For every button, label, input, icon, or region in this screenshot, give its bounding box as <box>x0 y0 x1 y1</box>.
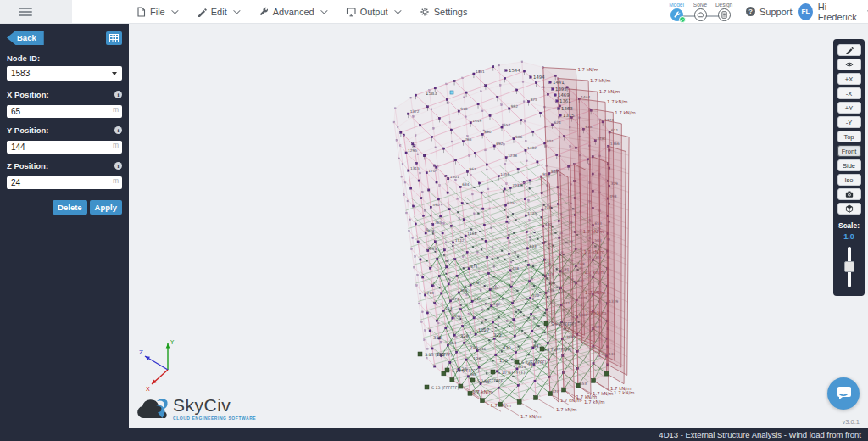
hamburger-menu-button[interactable] <box>0 0 72 23</box>
axis-label: Y <box>170 339 175 346</box>
main-menus: FileEditAdvancedOutputSettings <box>136 0 467 23</box>
svg-text:222: 222 <box>437 352 445 357</box>
svg-text:1.7 kN/m: 1.7 kN/m <box>614 390 635 395</box>
logo-tagline: CLOUD ENGINEERING SOFTWARE <box>173 416 256 421</box>
node-edit-panel: Back Node ID: 1583 X Position:imY Positi… <box>0 24 129 428</box>
menu-label: Edit <box>211 7 227 17</box>
svg-text:961: 961 <box>470 167 476 171</box>
menu-edit[interactable]: Edit <box>197 7 238 17</box>
svg-text:1469: 1469 <box>558 92 570 98</box>
model-viewport: 6113291366493133944665350330632197916864… <box>129 24 868 428</box>
check-badge-icon <box>679 16 686 23</box>
user-greeting: Hi Frederick <box>818 2 860 22</box>
svg-text:906: 906 <box>515 135 522 139</box>
svg-text:652: 652 <box>504 123 510 127</box>
svg-text:1027: 1027 <box>478 327 489 332</box>
datasheet-grid-button[interactable] <box>106 31 122 45</box>
svg-text:1393: 1393 <box>555 87 567 92</box>
unit-label: m <box>113 141 119 149</box>
user-menu[interactable]: FL Hi Frederick <box>798 0 868 23</box>
file-icon <box>136 7 146 17</box>
info-icon[interactable]: i <box>114 162 122 170</box>
z-position-input[interactable] <box>7 176 122 189</box>
support-label: Support <box>760 7 793 17</box>
svg-text:1.7 kN/m: 1.7 kN/m <box>590 78 611 83</box>
menu-settings[interactable]: Settings <box>420 7 468 17</box>
svg-text:1.7 kN/m: 1.7 kN/m <box>560 398 581 403</box>
info-icon[interactable]: i <box>114 91 122 98</box>
info-icon[interactable]: i <box>114 126 122 134</box>
svg-text:S 14 (FFFFFF): S 14 (FFFFFF) <box>477 379 505 383</box>
svg-text:875: 875 <box>531 98 537 102</box>
svg-text:311: 311 <box>454 314 461 318</box>
svg-text:1295: 1295 <box>408 148 417 153</box>
view-button-front[interactable]: Front <box>837 145 861 157</box>
svg-text:1363: 1363 <box>561 106 573 111</box>
model-step-icon <box>670 8 683 21</box>
svg-text:246: 246 <box>479 347 486 351</box>
y-position-input[interactable] <box>7 141 122 154</box>
apply-button[interactable]: Apply <box>90 200 122 215</box>
svg-text:374: 374 <box>453 297 459 301</box>
view-button-iso[interactable]: Iso <box>837 174 861 186</box>
svg-text:1.7 kN/m: 1.7 kN/m <box>615 110 636 115</box>
solve-step-icon <box>694 8 707 21</box>
view-button-plusx[interactable]: +X <box>837 73 861 85</box>
svg-text:1501: 1501 <box>450 175 459 179</box>
view-button-minusx[interactable]: -X <box>837 87 861 99</box>
svg-text:1315: 1315 <box>410 166 420 170</box>
structure-3d-view[interactable]: 6113291366493133944665350330632197916864… <box>129 24 868 428</box>
workflow-step-model[interactable]: Model <box>664 2 689 21</box>
view-button-side[interactable]: Side <box>837 159 861 171</box>
svg-text:570: 570 <box>532 293 539 298</box>
workflow-step-design[interactable]: Design <box>711 2 737 21</box>
avatar: FL <box>798 3 813 20</box>
svg-text:1.7 kN/m: 1.7 kN/m <box>599 89 620 94</box>
pencil-icon[interactable] <box>837 44 861 56</box>
support-menu[interactable]: ? Support <box>746 0 804 23</box>
svg-text:672: 672 <box>493 302 500 306</box>
svg-text:863: 863 <box>449 341 456 345</box>
svg-text:890: 890 <box>484 130 491 134</box>
version-label: v3.0.1 <box>843 418 860 426</box>
hamburger-icon <box>19 6 32 18</box>
camera-icon[interactable] <box>837 188 861 200</box>
view-button-top[interactable]: Top <box>837 131 861 142</box>
svg-text:1356: 1356 <box>500 172 509 176</box>
svg-text:1.7 kN/m: 1.7 kN/m <box>472 389 493 394</box>
menu-advanced[interactable]: Advanced <box>259 7 326 17</box>
chat-button[interactable] <box>827 377 860 410</box>
workflow-step-solve[interactable]: Solve <box>687 2 713 21</box>
chevron-down-icon <box>320 7 327 14</box>
delete-button[interactable]: Delete <box>53 200 87 215</box>
svg-text:1125: 1125 <box>527 211 537 215</box>
position-fields: X Position:imY Position:imZ Position:im <box>7 90 122 189</box>
scale-slider[interactable] <box>843 247 855 287</box>
svg-text:765: 765 <box>435 220 442 225</box>
menu-file[interactable]: File <box>136 7 176 17</box>
node-id-select[interactable]: 1583 <box>7 66 122 81</box>
eye-icon[interactable] <box>837 59 861 70</box>
svg-text:893: 893 <box>430 247 437 251</box>
svg-text:226: 226 <box>470 345 478 350</box>
node-id-label: Node ID: <box>7 53 40 63</box>
svg-text:1.7 kN/m: 1.7 kN/m <box>577 67 598 72</box>
svg-text:1112: 1112 <box>455 238 465 243</box>
svg-text:1361: 1361 <box>559 98 571 103</box>
svg-text:815: 815 <box>519 365 526 369</box>
top-menu-bar: FileEditAdvancedOutputSettings ModelSolv… <box>0 0 868 24</box>
view-button-plusy[interactable]: +Y <box>837 102 861 114</box>
render-icon[interactable] <box>837 203 861 215</box>
monitor-icon <box>346 7 356 17</box>
svg-text:1.7 kN/m: 1.7 kN/m <box>556 407 577 412</box>
back-button[interactable]: Back <box>7 31 44 45</box>
svg-text:692: 692 <box>496 142 503 146</box>
svg-text:130: 130 <box>499 358 508 363</box>
svg-text:170: 170 <box>428 169 435 173</box>
svg-text:278: 278 <box>472 281 479 285</box>
view-button-minusy[interactable]: -Y <box>837 116 861 128</box>
status-bar: 4D13 - External Structure Analysis - Win… <box>0 428 868 441</box>
menu-output[interactable]: Output <box>346 7 399 17</box>
x-position-input[interactable] <box>7 105 122 118</box>
svg-text:765: 765 <box>465 137 471 142</box>
